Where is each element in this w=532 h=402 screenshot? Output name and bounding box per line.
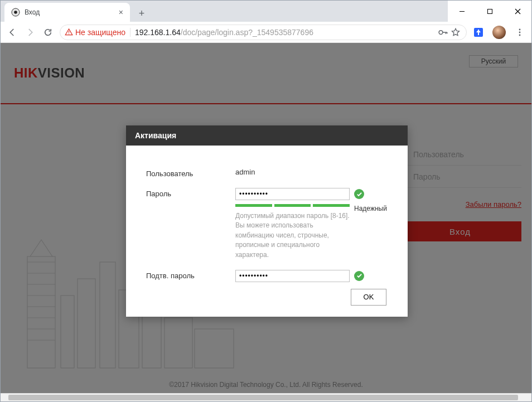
hik-login-page: HIKVISION Русский [1,43,531,393]
bookmark-star-icon[interactable] [449,26,462,38]
activation-modal: Активация Пользователь admin Пароль [126,125,408,317]
svg-point-12 [519,34,521,36]
label-password: Пароль [146,188,235,198]
toolbar-right [472,26,526,39]
password-hint: Допустимый диапазон пароль [8-16]. Вы мо… [235,211,352,260]
ok-row: OK [146,289,388,306]
horizontal-scrollbar[interactable] [1,393,531,401]
warning-icon [65,28,73,36]
new-tab-button[interactable]: + [133,5,150,22]
label-username: Пользователь [146,168,235,178]
omnibox-path: /doc/page/login.asp?_1549535877696 [181,28,313,37]
tab-strip: Вход × + [1,1,448,22]
row-password: Пароль Надежный Допустимый диапазон паро… [146,188,388,260]
saved-password-icon[interactable] [437,26,449,38]
tab-title: Вход [25,8,114,16]
strength-bars [235,204,350,207]
modal-title: Активация [126,125,408,146]
nav-back-button[interactable] [6,26,18,38]
window-controls [448,1,531,22]
tab-favicon-icon [11,8,20,17]
svg-point-10 [519,28,521,30]
tab-close-icon[interactable]: × [119,8,123,17]
omnibox-url: 192.168.1.64/doc/page/login.asp?_1549535… [135,28,437,37]
row-confirm: Подтв. пароль [146,270,388,282]
tab-current[interactable]: Вход × [4,3,130,22]
profile-avatar[interactable] [492,26,506,39]
svg-point-7 [69,33,69,34]
window-maximize-button[interactable] [476,1,504,22]
omnibox-host: 192.168.1.64 [135,28,181,37]
modal-body: Пользователь admin Пароль Надежный [126,146,408,317]
window-close-button[interactable] [504,1,531,22]
nav-reload-button[interactable] [42,26,54,38]
check-ok-icon [354,189,364,199]
row-username: Пользователь admin [146,168,388,178]
svg-point-8 [439,30,443,34]
browser-toolbar: Не защищено 192.168.1.64/doc/page/login.… [1,22,531,43]
ok-button[interactable]: OK [351,289,386,306]
nav-forward-button[interactable] [24,26,36,38]
window-titlebar: Вход × + [1,1,531,22]
svg-rect-3 [487,9,492,13]
label-confirm: Подтв. пароль [146,270,235,280]
value-username: admin [235,168,388,176]
check-ok-icon [354,271,364,281]
security-label: Не защищено [75,28,125,37]
scrollbar-thumb[interactable] [8,395,518,400]
svg-point-11 [519,31,521,33]
chrome-menu-icon[interactable] [514,26,526,38]
page-viewport: HIKVISION Русский [1,43,531,393]
window-minimize-button[interactable] [448,1,476,22]
strength-label: Надежный [354,205,387,212]
confirm-password-input[interactable] [235,270,350,282]
omnibox[interactable]: Не защищено 192.168.1.64/doc/page/login.… [60,25,467,40]
password-input[interactable] [235,188,350,200]
security-badge[interactable]: Не защищено [65,28,130,37]
svg-point-1 [14,11,17,14]
extension-icon[interactable] [472,26,485,38]
